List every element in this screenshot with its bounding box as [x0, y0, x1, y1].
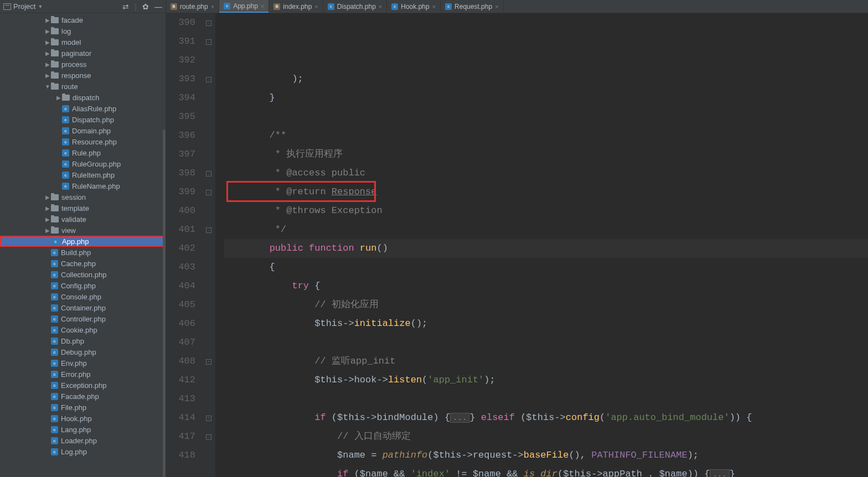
tree-file[interactable]: cRuleGroup.php [0, 158, 166, 169]
code-line[interactable]: if ($this->bindModule) {...} elseif ($th… [224, 408, 868, 427]
chevron-icon[interactable]: ▶ [44, 227, 51, 234]
close-icon[interactable]: × [495, 3, 498, 10]
editor-tab[interactable]: Broute.php× [166, 0, 219, 13]
code-line[interactable]: // 初始化应用 [224, 295, 868, 314]
tree-file[interactable]: cAliasRule.php [0, 103, 166, 114]
code-line[interactable] [224, 333, 868, 352]
tree-file[interactable]: cController.php [0, 313, 166, 324]
close-icon[interactable]: × [379, 3, 382, 10]
code-line[interactable]: { [224, 258, 868, 277]
editor-tab[interactable]: cDispatch.php× [323, 0, 387, 13]
code-line[interactable]: public function run() [224, 239, 868, 258]
tree-file[interactable]: cFacade.php [0, 391, 166, 402]
chevron-icon[interactable]: ▶ [55, 95, 62, 101]
fold-toggle[interactable]: – [206, 77, 211, 82]
code-line[interactable]: try { [224, 277, 868, 295]
close-icon[interactable]: × [314, 3, 318, 10]
tree-file[interactable]: cCache.php [0, 258, 166, 269]
tree-file[interactable]: cDomain.php [0, 125, 166, 136]
code-line[interactable]: /** [224, 126, 868, 145]
collapse-icon[interactable]: ⇄ [122, 2, 129, 11]
tree-folder[interactable]: ▶facade [0, 14, 166, 25]
tree-folder[interactable]: ▶paginator [0, 48, 166, 59]
chevron-icon[interactable]: ▼ [44, 84, 51, 90]
gear-icon[interactable]: ✿ [142, 2, 149, 11]
tree-folder[interactable]: ▶log [0, 25, 166, 37]
fold-toggle[interactable]: + [206, 359, 211, 365]
tree-folder[interactable]: ▶template [0, 203, 166, 214]
close-icon[interactable]: × [211, 3, 214, 10]
code-line[interactable]: $this->initialize(); [224, 314, 868, 333]
tree-folder[interactable]: ▶process [0, 59, 166, 70]
tree-file[interactable]: cFile.php [0, 402, 166, 413]
chevron-icon[interactable]: ▶ [44, 17, 51, 23]
tree-file[interactable]: cBuild.php [0, 247, 166, 258]
tree-file[interactable]: cDebug.php [0, 346, 166, 357]
fold-toggle[interactable]: – [206, 20, 211, 26]
tree-file[interactable]: cCookie.php [0, 324, 166, 335]
tree-folder[interactable]: ▶view [0, 225, 166, 236]
tree-file[interactable]: cContainer.php [0, 302, 166, 313]
tree-file[interactable]: cDb.php [0, 335, 166, 346]
fold-toggle[interactable]: – [206, 434, 211, 440]
tree-file[interactable]: cConfig.php [0, 280, 166, 291]
tree-file[interactable]: cDispatch.php [0, 114, 166, 125]
chevron-icon[interactable]: ▶ [44, 194, 51, 200]
project-tree[interactable]: ▶facade▶log▶model▶paginator▶process▶resp… [0, 13, 166, 477]
tree-file[interactable]: cCollection.php [0, 269, 166, 280]
code-line[interactable] [224, 390, 868, 408]
tree-file[interactable]: cLoader.php [0, 435, 166, 446]
fold-toggle[interactable]: – [206, 227, 211, 233]
tree-file[interactable]: cEnv.php [0, 357, 166, 369]
chevron-icon[interactable]: ▶ [44, 61, 51, 68]
editor-tab[interactable]: cApp.php× [219, 0, 269, 13]
fold-toggle[interactable]: + [206, 416, 211, 421]
tree-folder[interactable]: ▶response [0, 70, 166, 81]
code-line[interactable]: if ($name && 'index' != $name && is_dir(… [224, 465, 868, 477]
tree-file[interactable]: cResource.php [0, 136, 166, 147]
code-line[interactable]: } [224, 89, 868, 107]
code-line[interactable]: $name = pathinfo($this->request->baseFil… [224, 446, 868, 465]
code-line[interactable]: */ [224, 220, 868, 239]
editor-tab[interactable]: cHook.php× [387, 0, 441, 13]
tree-folder[interactable]: ▶validate [0, 214, 166, 225]
tree-file[interactable]: cApp.php [0, 236, 166, 247]
tree-file[interactable]: cConsole.php [0, 291, 166, 302]
chevron-icon[interactable]: ▶ [44, 72, 51, 79]
chevron-icon[interactable]: ▶ [44, 216, 51, 222]
code-line[interactable]: * 执行应用程序 [224, 145, 868, 164]
fold-toggle[interactable]: – [206, 39, 211, 45]
code-line[interactable]: * @access public [224, 164, 868, 183]
code-line[interactable]: ); [224, 70, 868, 89]
tree-file[interactable]: cLang.php [0, 424, 166, 435]
tree-file[interactable]: cRuleItem.php [0, 169, 166, 180]
code-area[interactable]: ); } /** * 执行应用程序 * @access public * @re… [215, 13, 868, 477]
editor-tab[interactable]: cRequest.php× [441, 0, 504, 13]
fold-toggle[interactable]: – [206, 171, 211, 177]
tree-folder[interactable]: ▶model [0, 37, 166, 48]
tree-file[interactable]: cHook.php [0, 413, 166, 424]
chevron-icon[interactable]: ▶ [44, 50, 51, 56]
tree-file[interactable]: cLog.php [0, 446, 166, 457]
tree-file[interactable]: cRuleName.php [0, 180, 166, 191]
tree-file[interactable]: cRule.php [0, 147, 166, 158]
code-line[interactable]: * @throws Exception [224, 201, 868, 220]
chevron-icon[interactable]: ▶ [44, 39, 51, 45]
chevron-icon[interactable]: ▶ [44, 28, 51, 34]
code-line[interactable] [224, 107, 868, 126]
tree-folder[interactable]: ▶session [0, 191, 166, 203]
tree-folder[interactable]: ▼route [0, 81, 166, 92]
tree-folder[interactable]: ▶dispatch [0, 92, 166, 103]
tree-file[interactable]: cError.php [0, 369, 166, 380]
fold-gutter[interactable]: ––––––++– [202, 13, 215, 477]
close-icon[interactable]: × [432, 3, 436, 10]
tree-file[interactable]: cException.php [0, 380, 166, 391]
code-line[interactable]: $this->hook->listen('app_init'); [224, 371, 868, 390]
scrollbar[interactable] [163, 129, 166, 477]
code-line[interactable]: // 入口自动绑定 [224, 427, 868, 446]
close-icon[interactable]: × [261, 3, 264, 9]
fold-toggle[interactable]: – [206, 190, 211, 195]
code-line[interactable]: // 监听app_init [224, 352, 868, 371]
dropdown-icon[interactable]: ▼ [38, 4, 43, 9]
editor-tab[interactable]: Bindex.php× [269, 0, 323, 13]
